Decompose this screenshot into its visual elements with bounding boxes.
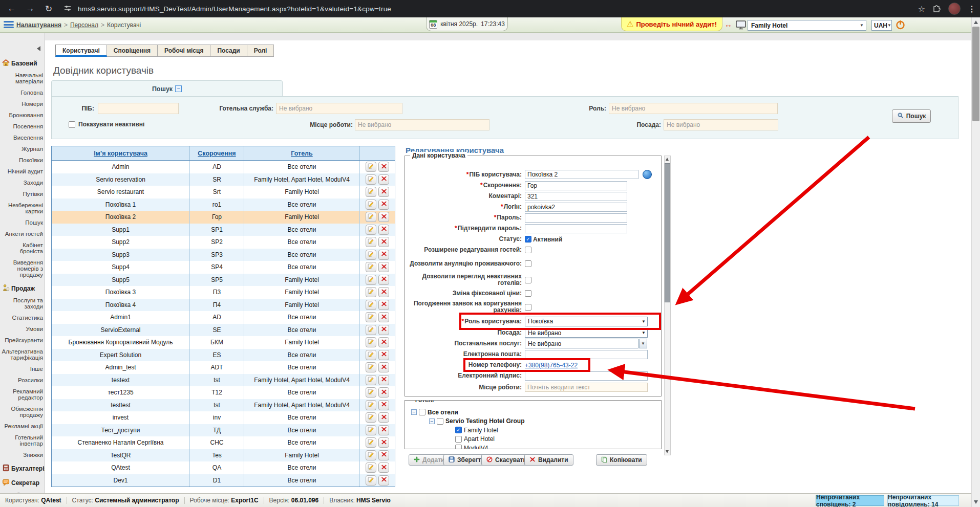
sidebar-item[interactable]: Головна [0, 87, 45, 98]
hotel-tree-row[interactable]: Apart Hotel [406, 435, 660, 444]
edit-user-button[interactable] [366, 362, 376, 372]
delete-user-button[interactable] [378, 475, 389, 486]
sort-by-abbr-link[interactable]: Скорочення [198, 150, 236, 157]
search-button[interactable]: Пошук [892, 109, 931, 123]
sidebar-item[interactable]: Навчальні матеріали [0, 70, 45, 87]
delete-user-button[interactable] [378, 162, 389, 172]
checkbox-icon[interactable] [525, 260, 531, 267]
checkbox-icon[interactable] [455, 445, 462, 449]
switch-arrows-icon[interactable] [725, 20, 732, 29]
table-row[interactable]: Supp3SP3Все отели [52, 249, 395, 261]
position-input[interactable] [664, 119, 778, 130]
sidebar-item[interactable]: Журнал [0, 143, 45, 155]
checkbox-icon[interactable] [419, 409, 425, 415]
sidebar-item[interactable]: Рекламні акції [0, 421, 45, 432]
sidebar-item[interactable]: Нічний аудит [0, 166, 45, 177]
sidebar-item[interactable]: Обмеження продажу [0, 403, 45, 421]
delete-user-button[interactable] [378, 387, 389, 398]
table-row[interactable]: Expert SolutionESВсе отели [52, 349, 395, 362]
delete-user-button[interactable] [378, 225, 389, 235]
edit-user-button[interactable] [366, 425, 376, 435]
hotel-service-input[interactable] [276, 103, 402, 114]
delete-user-button[interactable] [378, 350, 389, 360]
checkbox-icon[interactable] [525, 277, 531, 283]
edit-user-button[interactable] [366, 437, 376, 448]
delete-user-button[interactable] [378, 450, 389, 460]
edit-user-button[interactable] [366, 287, 376, 297]
sidebar-item[interactable]: Незбережені картки [0, 200, 45, 217]
sidebar-item[interactable]: Завдання [0, 489, 45, 493]
browser-menu-icon[interactable] [968, 4, 976, 14]
scroll-down-icon[interactable] [666, 450, 669, 453]
page-scrollbar[interactable] [971, 17, 980, 507]
table-row[interactable]: Supp5SP5Family Hotel [52, 274, 395, 286]
sidebar-item[interactable]: Кабінет броніста [0, 239, 45, 257]
table-row[interactable]: Бронювання Корпоративний МодульБКМFamily… [52, 336, 395, 349]
workplace-input[interactable] [355, 119, 489, 130]
delete-user-button[interactable] [378, 275, 389, 285]
delete-user-button[interactable] [378, 400, 389, 410]
scroll-up-icon[interactable] [974, 20, 978, 24]
edit-user-button[interactable] [366, 375, 376, 385]
show-inactive-checkbox[interactable]: Показувати неактивні [69, 121, 144, 128]
table-row[interactable]: investinvВсе отели [52, 411, 395, 424]
table-row[interactable]: Dev1D1Все отели [52, 474, 395, 487]
sidebar-item[interactable]: Поселення [0, 121, 45, 132]
edit-user-button[interactable] [366, 162, 376, 172]
table-row[interactable]: Покоївка 1го1Все отели [52, 199, 395, 211]
night-audit-warning[interactable]: Проведіть нічний аудит! [621, 17, 722, 31]
sidebar-section[interactable]: Бухгалтерія [0, 462, 45, 475]
checkbox-icon[interactable] [437, 418, 443, 425]
sidebar-item[interactable]: Путівки [0, 188, 45, 200]
collapse-icon[interactable] [429, 418, 435, 424]
table-row[interactable]: Тест_доступиТДВсе отели [52, 424, 395, 437]
edit-user-button[interactable] [366, 387, 376, 398]
table-row[interactable]: testtesttstFamily Hotel, Apart Hotel, Mo… [52, 399, 395, 412]
unread-notifications-badge[interactable]: Непрочитаних сповіщень: 2 [816, 495, 884, 506]
table-row[interactable]: Supp2SP2Все отели [52, 236, 395, 249]
table-row[interactable]: TestQRTesFamily Hotel [52, 449, 395, 462]
edit-user-button[interactable] [366, 262, 376, 272]
delete-user-button[interactable] [378, 312, 389, 322]
table-row[interactable]: AdminADВсе отели [52, 161, 395, 173]
sidebar-item[interactable]: Альтернативна тарифікація [0, 346, 45, 363]
table-row[interactable]: Admin_testADTВсе отели [52, 361, 395, 374]
delete-user-button[interactable] [378, 174, 389, 185]
hotel-tree-row[interactable]: Все отели [406, 408, 660, 417]
edit-user-button[interactable] [366, 400, 376, 410]
combo-dropdown-button[interactable] [639, 339, 647, 348]
editor-text-input[interactable] [525, 181, 627, 190]
table-row[interactable]: QAtestQAВсе отели [52, 461, 395, 474]
delete-button[interactable]: Видалити [524, 454, 573, 466]
edit-user-button[interactable] [366, 237, 376, 247]
sidebar-item[interactable]: Покоївки [0, 155, 45, 166]
scrollbar-thumb[interactable] [665, 163, 670, 302]
logout-power-icon[interactable] [895, 19, 906, 32]
breadcrumb-personnel[interactable]: Персонал [70, 21, 98, 29]
browser-back-icon[interactable] [5, 2, 18, 15]
table-row[interactable]: Servio restaurantSrtFamily Hotel [52, 186, 395, 199]
tab-notifications[interactable]: Сповіщення [107, 45, 158, 57]
scrollbar-thumb[interactable] [972, 27, 979, 121]
sidebar-item[interactable]: Інше [0, 363, 45, 374]
delete-user-button[interactable] [378, 362, 389, 372]
sidebar-item[interactable]: Прейскуранти [0, 335, 45, 346]
edit-user-button[interactable] [366, 337, 376, 347]
table-row[interactable]: тест1235Т12Все отели [52, 386, 395, 399]
table-row[interactable]: Supp4SP4Все отели [52, 261, 395, 274]
editor-text-input[interactable] [525, 213, 627, 223]
edit-user-button[interactable] [366, 350, 376, 360]
editor-text-input[interactable] [525, 170, 638, 179]
tab-positions[interactable]: Посади [210, 45, 247, 57]
edit-user-button[interactable] [366, 312, 376, 322]
table-row[interactable]: Admin1ADВсе отели [52, 311, 395, 324]
extensions-puzzle-icon[interactable] [932, 4, 941, 14]
table-row[interactable]: testexttstFamily Hotel, Apart Hotel, Mod… [52, 374, 395, 387]
checkbox-icon[interactable] [525, 290, 531, 297]
breadcrumb-settings[interactable]: Налаштування [16, 21, 61, 29]
user-globe-icon[interactable] [643, 170, 652, 179]
editor-text-input[interactable] [525, 350, 648, 359]
role-input[interactable] [609, 103, 778, 114]
sidebar-section[interactable]: Секретар [0, 477, 45, 489]
sidebar-item[interactable]: Номери [0, 98, 45, 109]
